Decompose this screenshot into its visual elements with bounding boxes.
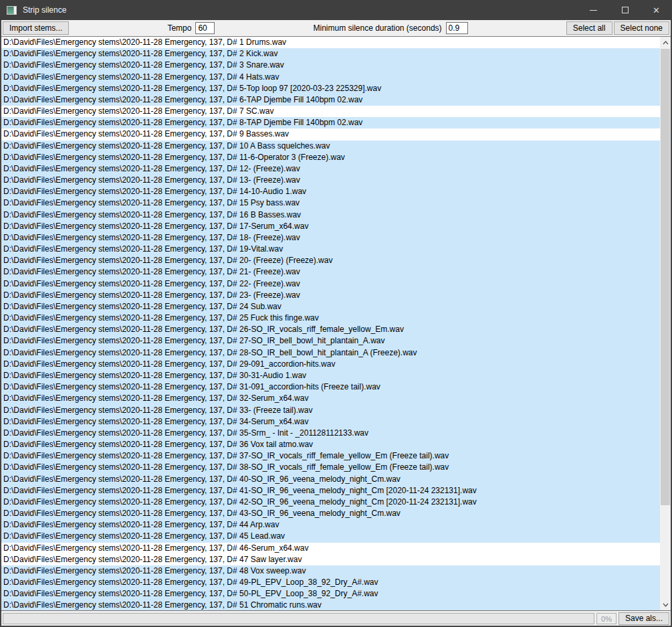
list-item[interactable]: D:\David\Files\Emergency stems\2020-11-2… [1, 497, 660, 508]
titlebar: Strip silence ✕ [0, 0, 672, 20]
progress-bar [3, 613, 594, 624]
statusbar: 0% Save als... [1, 610, 671, 626]
list-item[interactable]: D:\David\Files\Emergency stems\2020-11-2… [1, 152, 660, 163]
list-item[interactable]: D:\David\Files\Emergency stems\2020-11-2… [1, 324, 660, 335]
list-item[interactable]: D:\David\Files\Emergency stems\2020-11-2… [1, 117, 660, 128]
list-item[interactable]: D:\David\Files\Emergency stems\2020-11-2… [1, 128, 660, 140]
import-stems-button[interactable]: Import stems... [3, 21, 69, 35]
list-item[interactable]: D:\David\Files\Emergency stems\2020-11-2… [1, 485, 660, 497]
stem-list-container: D:\David\Files\Emergency stems\2020-11-2… [1, 36, 671, 610]
list-item[interactable]: D:\David\Files\Emergency stems\2020-11-2… [1, 48, 660, 60]
list-item[interactable]: D:\David\Files\Emergency stems\2020-11-2… [1, 416, 660, 428]
list-item[interactable]: D:\David\Files\Emergency stems\2020-11-2… [1, 72, 660, 83]
scrollbar-thumb[interactable] [661, 49, 670, 505]
list-item[interactable]: D:\David\Files\Emergency stems\2020-11-2… [1, 37, 660, 48]
list-item[interactable]: D:\David\Files\Emergency stems\2020-11-2… [1, 381, 660, 393]
list-item[interactable]: D:\David\Files\Emergency stems\2020-11-2… [1, 163, 660, 175]
stem-list: D:\David\Files\Emergency stems\2020-11-2… [1, 37, 660, 610]
list-item[interactable]: D:\David\Files\Emergency stems\2020-11-2… [1, 244, 660, 255]
list-item[interactable]: D:\David\Files\Emergency stems\2020-11-2… [1, 197, 660, 209]
list-item[interactable]: D:\David\Files\Emergency stems\2020-11-2… [1, 266, 660, 278]
tempo-label: Tempo [167, 23, 191, 33]
select-all-button[interactable]: Select all [566, 21, 612, 35]
list-item[interactable]: D:\David\Files\Emergency stems\2020-11-2… [1, 141, 660, 152]
maximize-button[interactable] [609, 0, 641, 20]
vertical-scrollbar[interactable] [660, 37, 671, 610]
list-item[interactable]: D:\David\Files\Emergency stems\2020-11-2… [1, 175, 660, 186]
minimize-icon [590, 10, 597, 11]
list-item[interactable]: D:\David\Files\Emergency stems\2020-11-2… [1, 83, 660, 94]
min-silence-label: Minimum silence duration (seconds) [313, 23, 441, 33]
list-item[interactable]: D:\David\Files\Emergency stems\2020-11-2… [1, 565, 660, 577]
list-item[interactable]: D:\David\Files\Emergency stems\2020-11-2… [1, 519, 660, 531]
list-item[interactable]: D:\David\Files\Emergency stems\2020-11-2… [1, 301, 660, 312]
chevron-up-icon [663, 41, 669, 45]
list-item[interactable]: D:\David\Files\Emergency stems\2020-11-2… [1, 359, 660, 370]
progress-percent: 0% [596, 613, 617, 624]
app-icon [7, 6, 17, 15]
list-item[interactable]: D:\David\Files\Emergency stems\2020-11-2… [1, 60, 660, 71]
tempo-input[interactable] [195, 22, 215, 34]
list-item[interactable]: D:\David\Files\Emergency stems\2020-11-2… [1, 474, 660, 485]
window-title: Strip silence [23, 5, 66, 15]
list-item[interactable]: D:\David\Files\Emergency stems\2020-11-2… [1, 450, 660, 462]
min-silence-input[interactable] [446, 22, 468, 34]
scroll-down-button[interactable] [660, 599, 671, 610]
list-item[interactable]: D:\David\Files\Emergency stems\2020-11-2… [1, 209, 660, 221]
list-item[interactable]: D:\David\Files\Emergency stems\2020-11-2… [1, 370, 660, 381]
list-item[interactable]: D:\David\Files\Emergency stems\2020-11-2… [1, 405, 660, 416]
list-item[interactable]: D:\David\Files\Emergency stems\2020-11-2… [1, 543, 660, 554]
list-item[interactable]: D:\David\Files\Emergency stems\2020-11-2… [1, 221, 660, 232]
close-button[interactable]: ✕ [641, 0, 672, 20]
list-item[interactable]: D:\David\Files\Emergency stems\2020-11-2… [1, 428, 660, 439]
maximize-icon [622, 7, 629, 13]
minimize-button[interactable] [578, 0, 609, 20]
list-item[interactable]: D:\David\Files\Emergency stems\2020-11-2… [1, 577, 660, 588]
strip-silence-window: Strip silence ✕ Import stems... Tempo Mi… [0, 0, 672, 627]
select-none-button[interactable]: Select none [614, 21, 669, 35]
list-item[interactable]: D:\David\Files\Emergency stems\2020-11-2… [1, 393, 660, 404]
list-item[interactable]: D:\David\Files\Emergency stems\2020-11-2… [1, 312, 660, 324]
list-item[interactable]: D:\David\Files\Emergency stems\2020-11-2… [1, 255, 660, 266]
list-item[interactable]: D:\David\Files\Emergency stems\2020-11-2… [1, 290, 660, 301]
list-item[interactable]: D:\David\Files\Emergency stems\2020-11-2… [1, 600, 660, 610]
toolbar: Import stems... Tempo Minimum silence du… [1, 20, 671, 36]
list-item[interactable]: D:\David\Files\Emergency stems\2020-11-2… [1, 94, 660, 106]
list-item[interactable]: D:\David\Files\Emergency stems\2020-11-2… [1, 462, 660, 473]
save-as-button[interactable]: Save als... [619, 612, 669, 625]
list-item[interactable]: D:\David\Files\Emergency stems\2020-11-2… [1, 531, 660, 542]
list-item[interactable]: D:\David\Files\Emergency stems\2020-11-2… [1, 335, 660, 347]
chevron-down-icon [663, 603, 669, 607]
scroll-up-button[interactable] [660, 37, 671, 48]
list-item[interactable]: D:\David\Files\Emergency stems\2020-11-2… [1, 106, 660, 117]
list-item[interactable]: D:\David\Files\Emergency stems\2020-11-2… [1, 186, 660, 197]
list-item[interactable]: D:\David\Files\Emergency stems\2020-11-2… [1, 347, 660, 359]
list-item[interactable]: D:\David\Files\Emergency stems\2020-11-2… [1, 278, 660, 290]
close-icon: ✕ [653, 6, 660, 15]
list-item[interactable]: D:\David\Files\Emergency stems\2020-11-2… [1, 232, 660, 244]
list-item[interactable]: D:\David\Files\Emergency stems\2020-11-2… [1, 588, 660, 600]
list-item[interactable]: D:\David\Files\Emergency stems\2020-11-2… [1, 554, 660, 565]
list-item[interactable]: D:\David\Files\Emergency stems\2020-11-2… [1, 439, 660, 450]
list-item[interactable]: D:\David\Files\Emergency stems\2020-11-2… [1, 508, 660, 519]
